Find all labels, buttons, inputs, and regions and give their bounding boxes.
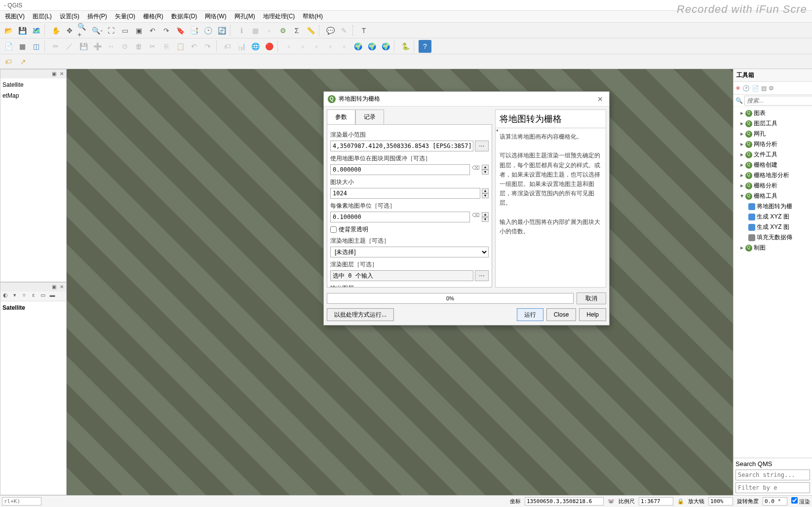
extent-picker-button[interactable]: … <box>475 141 489 151</box>
theme-select[interactable]: [未选择] <box>330 247 489 257</box>
pan-selection-icon[interactable]: ✥ <box>63 24 76 37</box>
diagram-icon[interactable]: 📊 <box>235 40 248 53</box>
zoom-out-icon[interactable]: 🔍- <box>91 24 104 37</box>
help-icon[interactable]: ? <box>419 40 431 53</box>
qms-icon[interactable]: 🔴 <box>263 40 275 53</box>
cut-icon[interactable]: ✂ <box>146 40 159 53</box>
menu-raster[interactable]: 栅格(R) <box>140 11 166 22</box>
osm-upload-icon[interactable]: 🌍 <box>365 40 378 53</box>
zoom-in-icon[interactable]: 🔍+ <box>77 24 90 37</box>
refresh-icon[interactable]: 🔄 <box>215 24 228 37</box>
text-annotation-icon[interactable]: T <box>357 24 370 37</box>
buffer-spin-down[interactable]: ▼ <box>482 170 489 175</box>
osm-download-icon[interactable]: 🌍 <box>351 40 364 53</box>
layer-item[interactable]: etMap <box>1 90 65 101</box>
paste-icon[interactable]: 📋 <box>174 40 187 53</box>
toolbox-icon[interactable]: ⚙ <box>276 24 289 37</box>
extents-icon[interactable]: 🐭 <box>608 498 615 505</box>
perpixel-spin-up[interactable]: ▲ <box>482 212 489 217</box>
t4-icon[interactable]: ▫ <box>324 40 337 53</box>
t2-icon[interactable]: ▫ <box>296 40 309 53</box>
tilesize-spin-down[interactable]: ▼ <box>482 193 489 198</box>
add-mesh-icon[interactable]: ◫ <box>30 40 42 53</box>
buffer-clear-icon[interactable]: ⌫ <box>471 165 480 175</box>
panel-float-icon[interactable]: ▣ <box>50 71 57 77</box>
buffer-spin-up[interactable]: ▲ <box>482 165 489 170</box>
zoom-layer-icon[interactable]: ▣ <box>132 24 145 37</box>
add-vector-icon[interactable]: 📄 <box>2 40 15 53</box>
label-tool-icon[interactable]: 🏷 <box>2 55 15 68</box>
edit-pencil-icon[interactable]: ✏ <box>49 40 62 53</box>
delete-icon[interactable]: 🗑 <box>132 40 145 53</box>
tilesize-input[interactable] <box>330 188 480 199</box>
script-icon[interactable]: 📄 <box>752 85 759 92</box>
menu-layer[interactable]: 图层(L) <box>30 11 55 22</box>
save-icon[interactable]: 💾 <box>16 24 29 37</box>
model-icon[interactable]: ✳ <box>735 85 740 92</box>
layers-panel[interactable]: Satellite <box>0 301 66 495</box>
python-console-icon[interactable]: 🐍 <box>399 40 412 53</box>
move-feature-icon[interactable]: ↔ <box>105 40 117 53</box>
menu-vector[interactable]: 矢量(O) <box>112 11 138 22</box>
sigma-icon[interactable]: Σ <box>290 24 303 37</box>
toolbox-search-input[interactable] <box>744 96 812 106</box>
deselect-icon[interactable]: ▫ <box>263 24 275 37</box>
transparent-checkbox[interactable] <box>330 226 337 233</box>
menu-mesh[interactable]: 网孔(M) <box>232 11 258 22</box>
select-icon[interactable]: ▦ <box>249 24 262 37</box>
edit-save-icon[interactable]: 💾 <box>77 40 90 53</box>
t5-icon[interactable]: ▫ <box>338 40 350 53</box>
layer-add-icon[interactable]: ▾ <box>11 292 19 300</box>
layer-item[interactable]: Satellite <box>1 79 65 90</box>
open-icon[interactable]: 📂 <box>2 24 15 37</box>
layer-style-icon[interactable]: ◐ <box>1 292 9 300</box>
menu-settings[interactable]: 设置(S) <box>57 11 82 22</box>
node-tool-icon[interactable]: ⊙ <box>118 40 131 53</box>
tab-log[interactable]: 记录 <box>355 109 384 124</box>
qms-filter-input[interactable] <box>735 482 810 493</box>
zoom-full-icon[interactable]: ⛶ <box>105 24 117 37</box>
zoom-last-icon[interactable]: ↶ <box>146 24 159 37</box>
layer-collapse-icon[interactable]: ▭ <box>39 292 47 300</box>
new-bookmark-icon[interactable]: 🔖 <box>174 24 187 37</box>
layer-remove-icon[interactable]: ▬ <box>48 292 56 300</box>
add-raster-icon[interactable]: ▦ <box>16 40 29 53</box>
menu-web[interactable]: 网络(W) <box>202 11 229 22</box>
help-button[interactable]: Help <box>579 308 606 321</box>
menu-processing[interactable]: 地理处理(C) <box>260 11 298 22</box>
perpixel-input[interactable] <box>330 212 470 222</box>
render-checkbox[interactable]: 渲染 <box>791 497 810 506</box>
edit-line-icon[interactable]: ／ <box>63 40 76 53</box>
toolbox-tree[interactable]: ▸图表 ▸图层工具 ▸网孔 ▸网络分析 ▸文件工具 ▸栅格创建 ▸栅格地形分析 … <box>734 107 812 458</box>
layer-filter-icon[interactable]: ▿ <box>20 292 28 300</box>
lock-icon[interactable]: 🔒 <box>677 498 684 505</box>
menu-view[interactable]: 视图(V) <box>2 11 28 22</box>
zoom-selection-icon[interactable]: ▭ <box>118 24 131 37</box>
osm-settings-icon[interactable]: 🌍 <box>379 40 392 53</box>
panel-close-icon[interactable]: ✕ <box>58 71 65 77</box>
close-button[interactable]: Close <box>546 308 577 321</box>
browser-panel[interactable]: Satellite etMap <box>0 78 66 282</box>
globe-search-icon[interactable]: 🌐 <box>249 40 262 53</box>
panel-close-icon[interactable]: ✕ <box>58 284 65 290</box>
mag-value[interactable] <box>708 497 733 506</box>
options-icon[interactable]: ⚙ <box>769 85 774 92</box>
menu-help[interactable]: 帮助(H) <box>300 11 326 22</box>
batch-run-button[interactable]: 以批处理方式运行... <box>327 308 394 321</box>
cancel-button[interactable]: 取消 <box>577 292 606 304</box>
zoom-next-icon[interactable]: ↷ <box>160 24 173 37</box>
pan-icon[interactable]: ✋ <box>49 24 62 37</box>
tab-parameters[interactable]: 参数 <box>327 109 355 124</box>
add-feature-icon[interactable]: ➕ <box>91 40 104 53</box>
layers-input[interactable] <box>330 270 473 281</box>
redo-icon[interactable]: ↷ <box>201 40 214 53</box>
results-icon[interactable]: ▤ <box>761 85 767 92</box>
label-icon[interactable]: 🏷 <box>221 40 234 53</box>
qms-search-input[interactable] <box>735 470 810 480</box>
tilesize-spin-up[interactable]: ▲ <box>482 188 489 193</box>
copy-icon[interactable]: ⎘ <box>160 40 173 53</box>
measure-icon[interactable]: 📏 <box>304 24 317 37</box>
extent-input[interactable] <box>330 141 473 151</box>
buffer-input[interactable] <box>330 164 470 175</box>
menu-plugins[interactable]: 插件(P) <box>84 11 110 22</box>
